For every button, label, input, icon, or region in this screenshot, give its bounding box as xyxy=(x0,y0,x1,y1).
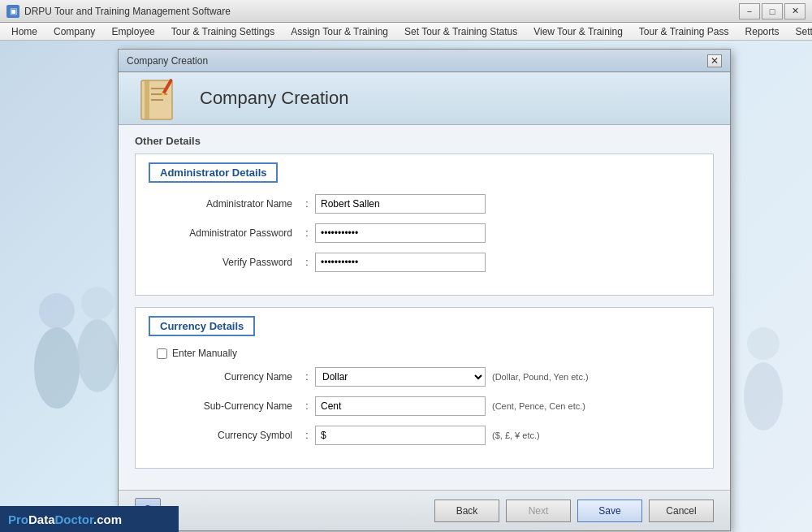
window-controls: − □ ✕ xyxy=(739,3,806,19)
notebook-icon xyxy=(135,76,184,121)
modal-title-bar: Company Creation ✕ xyxy=(119,50,730,72)
modal-header-title: Company Creation xyxy=(200,88,348,109)
admin-details-header-text: Administrator Details xyxy=(160,167,266,179)
admin-password-colon: : xyxy=(299,227,315,239)
currency-details-section: Currency Details Enter Manually Currency… xyxy=(135,307,714,469)
verify-password-colon: : xyxy=(299,257,315,268)
menu-set-tour-status[interactable]: Set Tour & Training Status xyxy=(396,23,525,40)
admin-password-row: Administrator Password : xyxy=(149,223,700,243)
app-title: DRPU Tour and Training Management Softwa… xyxy=(24,6,231,17)
currency-symbol-colon: : xyxy=(299,430,315,441)
verify-password-row: Verify Password : xyxy=(149,253,700,272)
admin-details-section: Administrator Details Administrator Name… xyxy=(135,154,714,296)
admin-name-input[interactable] xyxy=(315,194,486,214)
enter-manually-row: Enter Manually xyxy=(149,348,700,359)
modal-header: Company Creation xyxy=(119,72,730,125)
promo-suffix: .com xyxy=(93,513,122,526)
currency-details-header-text: Currency Details xyxy=(160,320,244,332)
svg-point-1 xyxy=(34,327,80,409)
header-icon xyxy=(135,76,184,121)
title-bar-left: ▣ DRPU Tour and Training Management Soft… xyxy=(6,5,231,18)
menu-bar: Home Company Employee Tour & Training Se… xyxy=(0,23,812,41)
enter-manually-checkbox[interactable] xyxy=(157,348,167,359)
admin-name-label: Administrator Name xyxy=(149,198,299,210)
enter-manually-label[interactable]: Enter Manually xyxy=(172,348,237,359)
minimize-button[interactable]: − xyxy=(739,3,760,19)
admin-password-label: Administrator Password xyxy=(149,227,299,239)
menu-employee[interactable]: Employee xyxy=(103,23,162,40)
promo-data: Data xyxy=(28,513,55,526)
cancel-button[interactable]: Cancel xyxy=(649,500,714,522)
sub-currency-colon: : xyxy=(299,400,315,412)
main-area: Company Creation ✕ Company Creation xyxy=(0,41,812,532)
svg-rect-7 xyxy=(145,80,149,119)
admin-password-input[interactable] xyxy=(315,223,486,243)
footer-right: Back Next Save Cancel xyxy=(434,500,714,522)
menu-tour-pass[interactable]: Tour & Training Pass xyxy=(631,23,737,40)
menu-home[interactable]: Home xyxy=(3,23,45,40)
sub-currency-hint: (Cent, Pence, Cen etc.) xyxy=(492,401,585,411)
menu-assign-tour[interactable]: Assign Tour & Training xyxy=(283,23,396,40)
svg-point-0 xyxy=(39,293,75,329)
modal-title: Company Creation xyxy=(127,55,208,67)
back-button[interactable]: Back xyxy=(434,500,499,522)
menu-settings[interactable]: Settings xyxy=(788,23,812,40)
promo-text: ProDataDoctor.com xyxy=(8,513,122,526)
sub-currency-input[interactable] xyxy=(315,396,486,416)
title-bar: ▣ DRPU Tour and Training Management Soft… xyxy=(0,0,812,23)
menu-view-tour[interactable]: View Tour & Training xyxy=(525,23,631,40)
next-button[interactable]: Next xyxy=(506,500,571,522)
sub-currency-row: Sub-Currency Name : (Cent, Pence, Cen et… xyxy=(149,396,700,416)
promo-pro: Pro xyxy=(8,513,28,526)
currency-name-hint: (Dollar, Pound, Yen etc.) xyxy=(492,372,589,382)
modal-close-button[interactable]: ✕ xyxy=(707,54,722,67)
menu-tour-training-settings[interactable]: Tour & Training Settings xyxy=(163,23,283,40)
currency-name-colon: : xyxy=(299,371,315,383)
menu-company[interactable]: Company xyxy=(45,23,103,40)
app-icon: ▣ xyxy=(6,5,19,18)
menu-reports[interactable]: Reports xyxy=(737,23,788,40)
modal-dialog: Company Creation ✕ Company Creation xyxy=(118,49,731,531)
sub-currency-label: Sub-Currency Name xyxy=(149,400,299,412)
currency-symbol-row: Currency Symbol : ($, £, ¥ etc.) xyxy=(149,426,700,445)
modal-footer: ? Back Next Save Cancel xyxy=(119,490,730,530)
currency-symbol-label: Currency Symbol xyxy=(149,430,299,441)
currency-name-select[interactable]: Dollar Pound Yen Euro Rupee xyxy=(315,367,486,387)
currency-name-row: Currency Name : Dollar Pound Yen Euro Ru… xyxy=(149,367,700,387)
close-button[interactable]: ✕ xyxy=(784,3,806,19)
svg-point-5 xyxy=(744,362,783,430)
admin-details-header: Administrator Details xyxy=(149,162,278,183)
svg-point-4 xyxy=(747,327,780,360)
modal-body: Other Details Administrator Details Admi… xyxy=(119,125,730,490)
promo-doctor: Doctor xyxy=(55,513,94,526)
currency-symbol-hint: ($, £, ¥ etc.) xyxy=(492,430,540,440)
svg-point-3 xyxy=(77,319,118,392)
verify-password-label: Verify Password xyxy=(149,257,299,268)
currency-symbol-input[interactable] xyxy=(315,426,486,445)
svg-point-2 xyxy=(81,287,114,319)
admin-name-row: Administrator Name : xyxy=(149,194,700,214)
currency-name-label: Currency Name xyxy=(149,371,299,383)
verify-password-input[interactable] xyxy=(315,253,486,272)
currency-details-header: Currency Details xyxy=(149,316,255,336)
save-button[interactable]: Save xyxy=(577,500,642,522)
promo-bar: ProDataDoctor.com xyxy=(0,506,179,532)
other-details-label: Other Details xyxy=(135,135,714,147)
maximize-button[interactable]: □ xyxy=(762,3,783,19)
admin-name-colon: : xyxy=(299,198,315,210)
